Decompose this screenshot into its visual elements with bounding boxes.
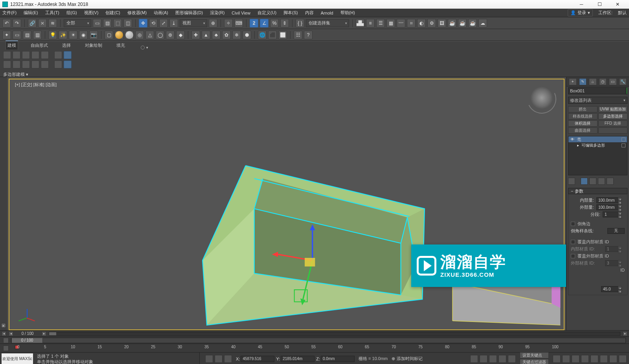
scroll-track[interactable] [49, 332, 620, 336]
poly-constraints[interactable] [64, 51, 72, 59]
time-ruler[interactable]: 0510152025303540455055606570758085909510… [0, 344, 629, 352]
render-cloud[interactable]: ☁ [478, 19, 487, 28]
edit-named-sets[interactable]: { } [296, 19, 304, 28]
modbtn-uvwmap[interactable]: UVW 贴图添加 [598, 106, 628, 112]
poly-row2-5[interactable] [41, 61, 49, 68]
nav-orbit[interactable] [562, 355, 570, 363]
prim-cylinder-icon[interactable]: ◎ [135, 31, 144, 39]
nav-zoom[interactable] [572, 355, 579, 363]
scroll-left[interactable]: ◂ [2, 331, 6, 336]
prim-tube-icon[interactable]: ◯ [156, 31, 164, 39]
poly-element-mode[interactable] [41, 51, 49, 59]
named-selection-combo[interactable]: 创建选择集 [306, 19, 349, 27]
poly-row2-1[interactable] [3, 61, 11, 68]
tb2-btn-1[interactable]: ✦ [2, 31, 11, 39]
curve-editor[interactable]: 〰 [397, 19, 405, 28]
prim-box-icon[interactable]: ▢ [105, 31, 113, 39]
active-viewport[interactable]: [+] [正交] [标准] [边面] [9, 79, 565, 330]
link-button[interactable]: 🔗 [28, 19, 37, 28]
unlink-button[interactable]: ⤫ [38, 19, 47, 28]
use-pivot-center-button[interactable]: ⊕ [209, 19, 217, 28]
tb2-extra-4[interactable]: ✿ [222, 31, 231, 39]
timeslider-curve-icon[interactable] [3, 338, 9, 343]
close-button[interactable]: ✕ [609, 0, 627, 9]
key-filters-button[interactable]: 关键点过滤器 [520, 359, 549, 364]
poly-vertex-mode[interactable] [3, 51, 11, 59]
prim-sphere-icon[interactable] [115, 31, 123, 39]
tb2-btn-4[interactable]: ▥ [33, 31, 42, 39]
object-color-swatch[interactable] [626, 87, 627, 94]
render-iterative[interactable]: ☕ [458, 19, 467, 28]
menu-create[interactable]: 创建(C) [105, 10, 120, 16]
ribbon-tab-populate[interactable]: 填充 [115, 41, 127, 50]
left-dock-toggle[interactable]: ▸ [1, 323, 6, 328]
redo-button[interactable]: ↷ [13, 19, 21, 28]
mirror-button[interactable]: ▟▙ [356, 19, 364, 28]
select-move-button[interactable]: ✥ [139, 19, 147, 28]
menu-civilview[interactable]: Civil View [232, 11, 250, 15]
scroll-thumb[interactable] [49, 332, 56, 335]
nav-max-toggle[interactable] [609, 355, 617, 363]
tb2-extra-1[interactable]: ✚ [191, 31, 200, 39]
snap-toggle-angle[interactable]: ∠ [260, 19, 269, 28]
tb2-btn-2[interactable]: ▭ [13, 31, 21, 39]
nav-zoom-ext[interactable] [581, 355, 589, 363]
checkbox-override-outer-id[interactable]: 覆盖外部材质 ID [571, 252, 625, 259]
select-by-name-button[interactable]: ▤ [103, 19, 112, 28]
scroll-right[interactable]: ▸ [42, 331, 46, 336]
menu-customize[interactable]: 自定义(U) [257, 10, 276, 16]
stack-show-end-result[interactable] [581, 178, 588, 185]
prim-geosphere-icon[interactable] [125, 31, 134, 39]
viewcube[interactable] [529, 86, 554, 112]
render-activeshade[interactable]: ☕ [468, 19, 477, 28]
cp-tab-modify[interactable]: ✎ [579, 78, 587, 85]
selection-filter-combo[interactable]: 全部 [64, 19, 91, 27]
status-xform-icon[interactable] [224, 355, 232, 363]
stack-configure[interactable] [607, 178, 614, 185]
maximize-button[interactable]: ☐ [590, 0, 609, 9]
tb2-btn-3[interactable]: ▤ [23, 31, 31, 39]
spinner-outer-amount[interactable]: 100.0mm▴▾ [596, 204, 618, 210]
rollout-parameters-header[interactable]: 参数 [568, 188, 627, 194]
prim-pyramid-icon[interactable]: ◆ [176, 31, 185, 39]
menu-tools[interactable]: 工具(T) [45, 10, 59, 16]
scroll-left-2[interactable]: ◂ [9, 331, 13, 336]
tb2-extra-3[interactable]: ♣ [212, 31, 221, 39]
anim-goto-start[interactable] [470, 355, 478, 363]
menu-content[interactable]: 内容 [305, 10, 314, 16]
time-track[interactable]: 0 / 100 [11, 338, 626, 343]
checkbox-bevel-edges[interactable]: 倒角边 [571, 220, 625, 227]
time-handle[interactable]: 0 / 100 [11, 338, 43, 343]
select-place-button[interactable]: ⤓ [169, 19, 178, 28]
addtime-label[interactable]: 添加时间标记 [397, 356, 423, 362]
menu-edit[interactable]: 编辑(E) [24, 10, 38, 16]
nav-min-toggle[interactable] [619, 355, 627, 363]
ribbon-pin-icon[interactable] [141, 46, 145, 50]
status-isolate-icon[interactable] [215, 355, 223, 363]
spinner-snap[interactable]: ⇕ [280, 19, 289, 28]
cp-tab-motion[interactable]: ◷ [599, 78, 607, 85]
menu-maxscript[interactable]: 脚本(S) [283, 10, 298, 16]
select-scale-button[interactable]: ⤢ [159, 19, 168, 28]
stack-remove[interactable] [598, 178, 605, 185]
workspace-value[interactable]: 默认 [618, 10, 627, 16]
button-bevel-spline-pick[interactable]: 无 [607, 228, 625, 234]
ribbon-tab-modeling[interactable]: 建模 [6, 40, 18, 50]
material-editor[interactable]: ◐ [417, 19, 426, 28]
ref-coord-combo[interactable]: 视图 [180, 19, 207, 27]
ribbon-tab-freeform[interactable]: 自由形式 [29, 41, 50, 50]
spinner-segments[interactable]: 1▴▾ [603, 211, 618, 217]
select-object-button[interactable]: ▭ [93, 19, 101, 28]
stack-pin[interactable] [568, 178, 575, 185]
nav-fov[interactable] [590, 355, 598, 363]
nav-zoom-region[interactable] [600, 355, 608, 363]
anim-goto-end[interactable] [508, 355, 516, 363]
modbtn-ffd-select[interactable]: FFD 选择 [598, 120, 628, 127]
poly-row2-7[interactable] [64, 61, 72, 68]
modifier-list-dropdown[interactable]: 修改器列表 [568, 97, 627, 104]
menu-arnold[interactable]: Arnold [321, 11, 333, 15]
stack-visibility-icon[interactable]: 👁 [570, 137, 575, 142]
menu-group[interactable]: 组(G) [66, 10, 77, 16]
set-key-button[interactable]: 设置关键点 [520, 352, 549, 358]
tb2-extra-8[interactable]: ⬛ [268, 31, 277, 39]
